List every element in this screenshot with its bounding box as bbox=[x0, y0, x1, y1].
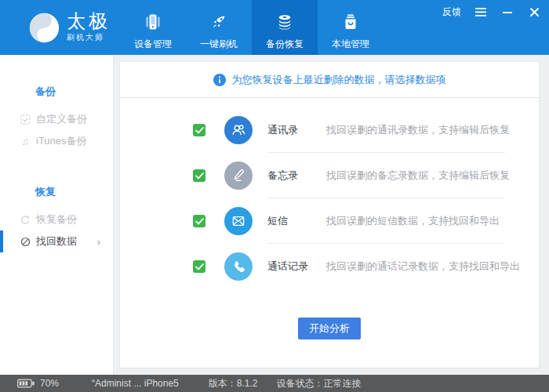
item-label: 备忘录 bbox=[267, 169, 326, 183]
chevron-right-icon: › bbox=[97, 236, 100, 248]
music-note-icon: ♫ bbox=[20, 136, 31, 147]
item-description: 找回误删的通话记录数据，支持找回和导出 bbox=[326, 260, 520, 274]
memo-checkbox[interactable] bbox=[193, 169, 205, 182]
sidebar-section-backup: 备份 bbox=[0, 85, 113, 99]
sms-icon bbox=[224, 207, 253, 235]
item-label: 短信 bbox=[267, 214, 326, 228]
device-status: 设备状态：正常连接 bbox=[276, 377, 361, 390]
tab-one-click-flash[interactable]: 一键刷机 bbox=[186, 0, 252, 55]
tab-local-management[interactable]: 本地管理 bbox=[318, 0, 384, 55]
sidebar-section-restore: 恢复 bbox=[0, 185, 113, 199]
call-log-checkbox[interactable] bbox=[193, 260, 205, 273]
logo-subtitle: 刷机大师 bbox=[67, 32, 111, 43]
close-icon[interactable] bbox=[527, 6, 541, 19]
sidebar-item-restore-backup[interactable]: 恢复备份 bbox=[0, 209, 113, 230]
sidebar-item-retrieve-data[interactable]: 找回数据 › bbox=[0, 230, 113, 252]
sidebar-item-custom-backup[interactable]: 自定义备份 bbox=[0, 108, 113, 130]
banner-text: 为您恢复设备上最近删除的数据，请选择数据项 bbox=[232, 73, 446, 87]
sidebar-item-itunes-backup[interactable]: ♫ iTunes备份 bbox=[0, 130, 113, 152]
tab-device-management[interactable]: 设备管理 bbox=[120, 0, 186, 55]
battery-icon bbox=[17, 379, 35, 388]
battery-percent: 70% bbox=[40, 378, 59, 389]
tab-label: 本地管理 bbox=[332, 38, 369, 51]
menu-icon[interactable] bbox=[474, 6, 488, 19]
phone-handset-icon bbox=[224, 252, 253, 281]
sidebar-item-label: 自定义备份 bbox=[36, 112, 87, 126]
sms-checkbox[interactable] bbox=[193, 215, 205, 227]
feedback-link[interactable]: 反馈 bbox=[442, 5, 461, 19]
check-icon bbox=[195, 263, 204, 270]
list-item-memo: 备忘录 找回误删的备忘录数据，支持编辑后恢复 bbox=[120, 153, 539, 198]
database-icon bbox=[274, 10, 295, 34]
compass-icon bbox=[20, 236, 31, 247]
device-name: “Administ ... iPhone5 bbox=[92, 378, 179, 389]
tab-label: 一键刷机 bbox=[200, 38, 238, 51]
sidebar-item-label: 找回数据 bbox=[36, 234, 77, 249]
app-window: 太极 刷机大师 设备管理 bbox=[0, 0, 549, 392]
list-item-sms: 短信 找回误删的短信数据，支持找回和导出 bbox=[120, 198, 539, 244]
item-description: 找回误删的通讯录数据，支持编辑后恢复 bbox=[326, 123, 510, 137]
contacts-checkbox[interactable] bbox=[193, 124, 205, 136]
info-icon bbox=[213, 74, 226, 86]
titlebar-controls: 反馈 bbox=[442, 5, 541, 19]
data-item-list: 通讯录 找回误删的通讯录数据，支持编辑后恢复 bbox=[120, 107, 539, 289]
refresh-icon bbox=[20, 214, 31, 225]
sidebar-item-label: 恢复备份 bbox=[36, 212, 77, 227]
check-icon bbox=[195, 127, 204, 134]
check-icon bbox=[195, 218, 204, 225]
minimize-icon[interactable] bbox=[500, 6, 514, 19]
main-content: 为您恢复设备上最近删除的数据，请选择数据项 bbox=[114, 55, 549, 375]
item-label: 通话记录 bbox=[267, 260, 326, 274]
memo-icon bbox=[224, 162, 253, 190]
item-description: 找回误删的备忘录数据，支持编辑后恢复 bbox=[326, 169, 510, 183]
header: 太极 刷机大师 设备管理 bbox=[0, 0, 549, 55]
check-icon bbox=[195, 172, 204, 180]
tab-backup-restore[interactable]: 备份恢复 bbox=[252, 0, 318, 55]
device-version: 版本：8.1.2 bbox=[209, 377, 258, 390]
sidebar: 备份 自定义备份 ♫ iTunes备份 恢复 bbox=[0, 55, 114, 375]
app-logo: 太极 刷机大师 bbox=[28, 0, 111, 55]
list-item-call-log: 通话记录 找回误删的通话记录数据，支持找回和导出 bbox=[120, 244, 539, 289]
nav-tabs: 设备管理 一键刷机 bbox=[120, 0, 384, 55]
status-bar: 70% “Administ ... iPhone5 版本：8.1.2 设备状态：… bbox=[0, 375, 549, 392]
contacts-icon bbox=[224, 116, 253, 144]
sidebar-item-label: iTunes备份 bbox=[36, 134, 87, 148]
list-item-contacts: 通讯录 找回误删的通讯录数据，支持编辑后恢复 bbox=[120, 107, 539, 153]
checkbox-square-icon bbox=[20, 114, 31, 125]
taiji-logo-icon bbox=[28, 12, 60, 44]
bag-icon bbox=[340, 10, 361, 34]
phone-icon bbox=[143, 10, 163, 34]
item-description: 找回误删的短信数据，支持找回和导出 bbox=[326, 214, 500, 228]
info-banner: 为您恢复设备上最近删除的数据，请选择数据项 bbox=[120, 62, 539, 98]
logo-title: 太极 bbox=[67, 12, 111, 31]
tab-label: 设备管理 bbox=[134, 38, 172, 51]
content-panel: 为您恢复设备上最近删除的数据，请选择数据项 bbox=[119, 61, 540, 368]
tab-label: 备份恢复 bbox=[266, 38, 304, 51]
rocket-icon bbox=[209, 10, 229, 34]
item-label: 通讯录 bbox=[267, 123, 326, 137]
start-analysis-button[interactable]: 开始分析 bbox=[298, 318, 361, 339]
